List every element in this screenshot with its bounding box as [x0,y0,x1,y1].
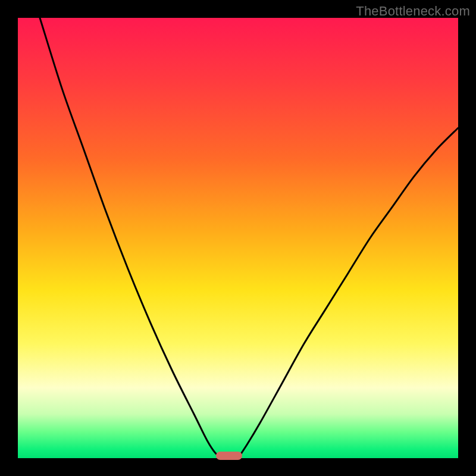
watermark-text: TheBottleneck.com [356,4,470,19]
bottleneck-curve [18,18,458,458]
plot-area [18,18,458,458]
curve-left-branch [40,18,223,458]
curve-right-branch [238,128,458,458]
chart-frame: TheBottleneck.com [0,0,476,476]
bottleneck-marker [216,452,242,460]
